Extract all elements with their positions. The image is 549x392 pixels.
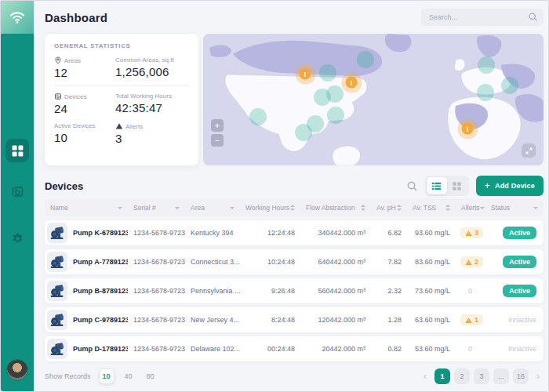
device-tss: 63.60 mg/L [407,316,456,324]
device-alerts: 1 [456,314,485,325]
sort-down-icon [230,207,235,209]
map-marker-alert[interactable]: ! [346,77,358,89]
prev-page-chevron-icon[interactable]: ‹ [420,368,431,384]
device-tss: 93.60 mg/L [407,229,456,237]
device-flow-abstraction: 640442.000 m³ [300,258,371,266]
device-icon [11,185,24,198]
status-badge: Active [503,285,536,297]
stat-devices: Devices 24 [54,93,115,115]
app-logo[interactable] [1,1,34,34]
column-header[interactable]: Av. pH [371,199,407,216]
device-working-hours: 00:24:48 [240,345,300,353]
records-per-page-option[interactable]: 40 [121,368,136,384]
sidebar-item-dashboard[interactable] [5,139,29,162]
column-header[interactable]: Flow Abstraction [300,199,371,216]
page-button[interactable]: 3 [474,368,489,384]
map-expand-button[interactable] [522,143,536,158]
stat-value: 12 [54,66,115,79]
alert-badge: 3 [460,227,483,238]
device-icon [54,93,62,100]
devices-toolbar: Devices [45,174,544,198]
devices-title: Devices [45,180,83,192]
add-device-label: Add Device [495,182,535,190]
overview-row: GENERAL STATISTICS Areas 12 Common Areas… [45,34,544,165]
plus-icon: + [485,181,490,191]
records-per-page-option[interactable]: 10 [99,368,115,384]
device-serial: 1234-5678-9723 [128,229,185,237]
table-search-icon[interactable] [406,180,418,192]
column-header[interactable]: Working Hours [240,199,300,216]
pump-photo [47,223,67,243]
device-area: New Jersey 4... [185,316,240,324]
add-device-button[interactable]: + Add Device [476,176,544,196]
show-records-label: Show Records [45,372,91,380]
warning-icon [465,230,472,237]
search-input[interactable] [421,9,544,26]
map-zoom-out-button[interactable]: − [211,134,224,147]
warning-icon [115,122,123,130]
table-row[interactable]: Pump K-6789123 1234-5678-9723 Kentucky 3… [45,220,544,245]
device-area: Delaware 102... [185,345,240,353]
column-header[interactable]: Serial # [128,199,185,216]
sort-down-icon [175,207,180,209]
table-body: Pump K-6789123 1234-5678-9723 Kentucky 3… [45,220,544,361]
stat-alerts: Allerts 3 [115,122,189,145]
column-header[interactable]: Name [45,199,128,216]
column-header[interactable]: Area [185,199,240,216]
sort-both-icon [397,205,402,211]
world-map[interactable]: !!! + − [203,34,544,165]
alert-count-zero: 0 [460,345,472,353]
table-row[interactable]: Pump A-7789123 1234-5678-9723 Connecticu… [45,249,544,274]
page-button[interactable]: 2 [454,368,470,384]
device-serial: 1234-5678-9723 [128,287,185,295]
map-zoom-in-button[interactable]: + [211,119,224,132]
device-serial: 1234-5678-9723 [128,345,185,353]
stat-active-devices: Active Devices 10 [54,122,115,145]
device-ph: 1.28 [371,316,407,324]
stat-label: Total Working Hours [115,93,172,100]
sort-both-icon [361,205,365,211]
warning-icon [465,317,472,324]
pin-icon [54,56,62,64]
status-badge: Innactive [508,314,536,326]
device-name: Pump D-1789123 [73,345,128,353]
grid-view-button[interactable] [447,177,467,194]
stat-working-hours: Total Working Hours 42:35:47 [115,93,189,115]
records-per-page-option[interactable]: 80 [143,368,158,384]
sidebar-item-settings[interactable] [5,227,29,250]
page-button[interactable]: 16 [513,368,529,384]
next-page-chevron-icon[interactable]: › [533,368,544,384]
page-button[interactable]: 1 [434,368,450,384]
map-zoom-controls: + − [211,119,224,147]
device-area: Pennsylvania ... [185,287,240,295]
device-area: Connecticut 3... [185,258,240,266]
map-marker-alert[interactable]: ! [300,68,311,80]
stat-value: 1,256,006 [115,65,189,78]
map-marker-alert[interactable]: ! [462,123,474,135]
stat-label: Allerts [125,123,143,130]
dashboard-grid-icon [11,144,24,158]
status-badge: Active [503,227,536,239]
column-header[interactable]: Status [485,199,544,216]
device-tss: 83.60 mg/L [407,258,456,266]
column-header[interactable]: Allerts [456,199,485,216]
device-serial: 1234-5678-9723 [128,316,185,324]
device-alerts: 2 [456,256,485,267]
device-serial: 1234-5678-9723 [128,258,185,266]
device-working-hours: 10:24:48 [240,258,300,266]
table-row[interactable]: Pump D-1789123 1234-5678-9723 Delaware 1… [45,336,544,361]
device-status: Active [485,285,544,297]
device-name: Pump A-7789123 [73,258,128,266]
device-area: Kentucky 394 [185,229,240,237]
user-avatar[interactable] [6,359,28,381]
page-ellipsis[interactable]: ... [493,368,509,384]
device-name: Pump C-9789123 [73,316,128,324]
table-row[interactable]: Pump B-8789123 1234-5678-9723 Pennsylvan… [45,278,544,303]
list-view-button[interactable] [427,177,447,194]
sidebar-item-devices[interactable] [5,180,29,203]
table-row[interactable]: Pump C-9789123 1234-5678-9723 New Jersey… [45,307,544,332]
column-header[interactable]: Av. TSS [407,199,456,216]
device-ph: 6.82 [371,229,407,237]
pump-photo [47,310,67,330]
device-flow-abstraction: 20442.000 m³ [300,345,371,353]
